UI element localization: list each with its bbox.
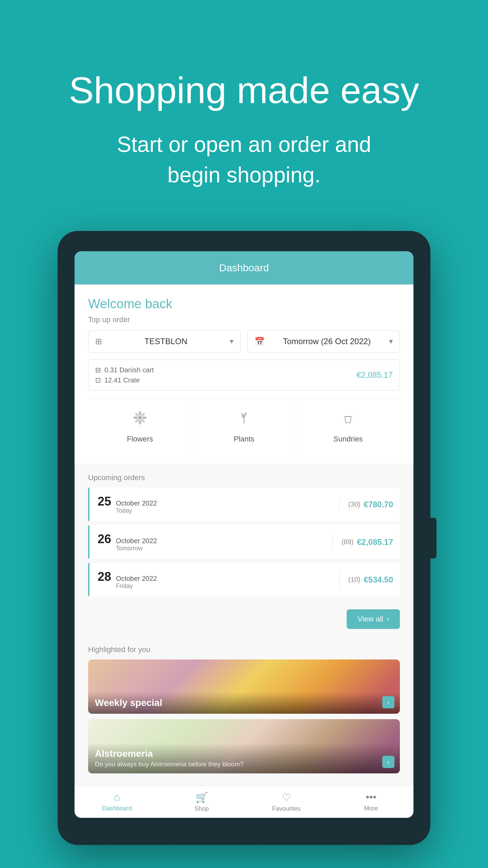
order-amount-2: (89) €2,085.17: [327, 535, 393, 549]
more-nav-icon: •••: [366, 791, 377, 803]
sundries-icon: [340, 409, 357, 430]
weekly-special-overlay: Weekly special: [88, 692, 400, 714]
category-sundries[interactable]: Sundries: [296, 399, 400, 454]
highlighted-section: Highlighted for you Weekly special › Als…: [75, 638, 413, 786]
svg-point-2: [139, 420, 141, 425]
order-date-3: 28 October 2022 Friday: [98, 570, 157, 590]
flowers-label: Flowers: [127, 435, 153, 443]
dashboard-nav-label: Dashboard: [102, 805, 132, 812]
nav-shop[interactable]: 🛒 Shop: [159, 786, 244, 818]
svg-point-0: [138, 416, 142, 419]
calendar-icon: 📅: [255, 337, 265, 346]
category-flowers[interactable]: Flowers: [88, 399, 192, 454]
customer-chevron-icon: ▾: [230, 337, 233, 346]
customer-dropdown[interactable]: ⊞ TESTBLON ▾: [88, 330, 241, 353]
cart-info: ⊟ 0.31 Danish cart ⊡ 12.41 Crate €2,085.…: [88, 359, 400, 391]
plants-icon: [236, 409, 252, 430]
categories-row: Flowers Plants: [88, 399, 400, 454]
cart-details: ⊟ 0.31 Danish cart ⊡ 12.41 Crate: [95, 366, 154, 384]
svg-point-4: [142, 416, 147, 419]
cart-price: €2,085.17: [357, 370, 393, 380]
alstroemeria-overlay: Alstroemeria Do you always buy Alstroeme…: [88, 743, 400, 773]
weekly-special-title: Weekly special: [95, 697, 393, 708]
sundries-label: Sundries: [333, 435, 363, 443]
hero-subtitle: Start or open an order and begin shoppin…: [92, 130, 396, 190]
alstroemeria-title: Alstroemeria: [95, 748, 393, 759]
cart-crate-icon: ⊡: [95, 376, 101, 384]
alstroemeria-subtitle: Do you always buy Alstroemeria before th…: [95, 761, 393, 768]
feature-card-alstroemeria[interactable]: Alstroemeria Do you always buy Alstroeme…: [88, 719, 400, 773]
order-day-3: 28: [98, 570, 111, 584]
alstroemeria-chevron-icon: ›: [382, 756, 394, 768]
shop-nav-icon: 🛒: [196, 791, 208, 803]
top-up-label: Top up order: [88, 315, 400, 324]
favourites-nav-icon: ♡: [282, 791, 291, 803]
nav-favourites[interactable]: ♡ Favourites: [244, 786, 329, 818]
order-row-3[interactable]: 28 October 2022 Friday (10) €534.50: [88, 563, 400, 596]
order-day-1: 25: [98, 494, 111, 509]
more-nav-label: More: [364, 805, 378, 812]
dropdowns-row: ⊞ TESTBLON ▾ 📅 Tomorrow (26 Oct 2022) ▾: [88, 330, 400, 353]
order-day-2: 26: [98, 532, 111, 546]
nav-dashboard[interactable]: ⌂ Dashboard: [75, 786, 159, 818]
hero-section: Shopping made easy Start or open an orde…: [0, 0, 488, 231]
order-month-year-1: October 2022 Today: [116, 499, 157, 514]
dashboard-nav-icon: ⌂: [114, 791, 120, 803]
cart-line-2: ⊡ 12.41 Crate: [95, 376, 154, 384]
cart-line-1: ⊟ 0.31 Danish cart: [95, 366, 154, 374]
view-all-button[interactable]: View all ›: [347, 609, 400, 629]
svg-point-3: [133, 416, 138, 419]
nav-more[interactable]: ••• More: [329, 786, 413, 818]
upcoming-section: Upcoming orders 25 October 2022 Today (3…: [75, 464, 413, 604]
app-screen: Dashboard Welcome back Top up order ⊞ TE…: [75, 251, 413, 818]
favourites-nav-label: Favourites: [272, 805, 301, 812]
divider: [332, 535, 333, 549]
welcome-greeting: Welcome back: [88, 297, 400, 311]
plants-label: Plants: [233, 435, 254, 443]
order-date-1: 25 October 2022 Today: [98, 494, 157, 514]
date-dropdown[interactable]: 📅 Tomorrow (26 Oct 2022) ▾: [247, 330, 400, 353]
date-dropdown-value: Tomorrow (26 Oct 2022): [269, 337, 384, 346]
weekly-special-chevron-icon: ›: [382, 696, 394, 708]
order-month-year-3: October 2022 Friday: [116, 575, 157, 590]
customer-dropdown-value: TESTBLON: [107, 337, 225, 346]
flowers-icon: [131, 409, 148, 430]
svg-point-1: [139, 411, 141, 416]
dashboard-header: Dashboard: [75, 251, 413, 284]
customer-icon: ⊞: [95, 337, 102, 346]
view-all-chevron-icon: ›: [387, 615, 389, 624]
view-all-label: View all: [358, 615, 383, 624]
shop-nav-label: Shop: [195, 805, 209, 812]
order-month-year-2: October 2022 Tomorrow: [116, 537, 157, 552]
order-amount-1: (30) €780.70: [334, 498, 393, 511]
date-chevron-icon: ▾: [389, 337, 393, 346]
bottom-nav: ⌂ Dashboard 🛒 Shop ♡ Favourites ••• More: [75, 786, 413, 818]
highlighted-label: Highlighted for you: [88, 638, 400, 659]
tablet-device: Dashboard Welcome back Top up order ⊞ TE…: [58, 231, 430, 845]
hero-title: Shopping made easy: [61, 68, 427, 113]
welcome-section: Welcome back Top up order ⊞ TESTBLON ▾ 📅…: [75, 284, 413, 464]
dashboard-title: Dashboard: [219, 262, 269, 273]
feature-card-weekly-special[interactable]: Weekly special ›: [88, 659, 400, 714]
category-plants[interactable]: Plants: [192, 399, 296, 454]
upcoming-orders-label: Upcoming orders: [88, 473, 400, 482]
divider: [339, 573, 340, 587]
divider: [339, 498, 340, 511]
order-row-1[interactable]: 25 October 2022 Today (30) €780.70: [88, 488, 400, 521]
view-all-row: View all ›: [75, 604, 413, 638]
cart-danish-icon: ⊟: [95, 366, 101, 374]
order-amount-3: (10) €534.50: [334, 573, 393, 587]
order-date-2: 26 October 2022 Tomorrow: [98, 532, 157, 552]
order-row-2[interactable]: 26 October 2022 Tomorrow (89) €2,085.17: [88, 525, 400, 559]
